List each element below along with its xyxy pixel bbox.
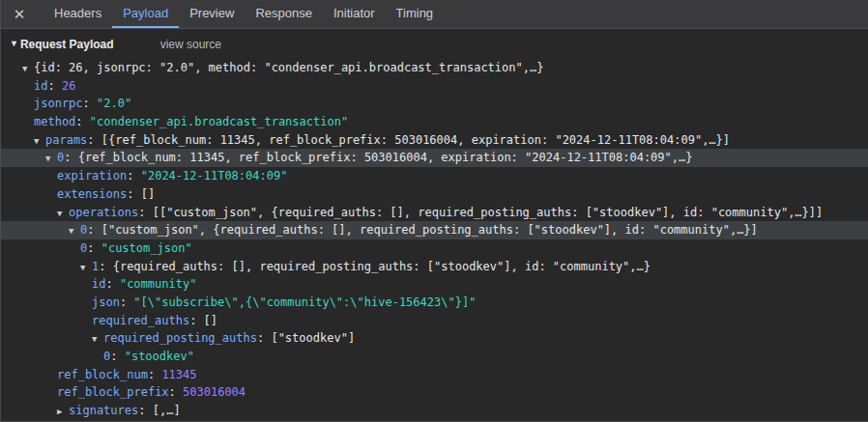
detail-tabs: HeadersPayloadPreviewResponseInitiatorTi…: [43, 0, 444, 28]
token-key: jsonrpc: [34, 97, 83, 110]
tree-row[interactable]: extensions: []: [1, 185, 868, 204]
token-string: "custom_json": [101, 241, 192, 255]
tree-row[interactable]: ▼params: [{ref_block_num: 11345, ref_blo…: [1, 131, 868, 150]
collapse-triangle-icon[interactable]: ▼: [45, 150, 57, 168]
tree-row[interactable]: ▼operations: [["custom_json", {required_…: [1, 204, 868, 222]
token-key: ref_block_prefix: [57, 385, 169, 399]
tree-row[interactable]: expiration: "2024-12-11T08:04:09": [1, 167, 868, 185]
token-plain: :: [87, 223, 101, 237]
expand-triangle-icon[interactable]: ▶: [57, 403, 69, 421]
token-number: 503016004: [183, 385, 246, 399]
request-payload-section-header: ▼ Request Payload view source: [1, 29, 868, 59]
token-plain: :: [110, 350, 124, 363]
tree-row[interactable]: ▼0: ["custom_json", {required_auths: [],…: [1, 221, 868, 239]
tree-row[interactable]: 0: "custom_json": [1, 239, 868, 258]
tree-row[interactable]: ref_block_prefix: 503016004: [1, 383, 868, 402]
token-plain: :: [105, 277, 119, 291]
token-plain: :: [138, 206, 152, 219]
token-plain: []: [141, 187, 155, 201]
token-plain: {required_auths: [], required_posting_au…: [113, 260, 651, 273]
tree-row[interactable]: ▶signatures: [,…]: [1, 402, 868, 420]
tree-row[interactable]: ▼0: {ref_block_num: 11345, ref_block_pre…: [1, 149, 868, 167]
token-plain: [,…]: [153, 404, 181, 417]
tab-initiator[interactable]: Initiator: [323, 0, 386, 28]
token-plain: :: [75, 115, 89, 128]
tab-payload[interactable]: Payload: [112, 0, 179, 28]
tree-row[interactable]: json: "[\"subscribe\",{\"community\":\"h…: [1, 294, 868, 312]
view-source-link[interactable]: view source: [160, 38, 221, 51]
token-plain: :: [99, 260, 112, 273]
token-key: ref_block_num: [57, 368, 148, 381]
tab-headers[interactable]: Headers: [43, 0, 112, 28]
tree-row[interactable]: 0: "stoodkev": [1, 348, 868, 366]
tree-row[interactable]: ▼{id: 26, jsonrpc: "2.0", method: "conde…: [1, 59, 868, 77]
token-plain: :: [169, 385, 183, 399]
token-plain: [["custom_json", {required_auths: [], re…: [153, 206, 824, 219]
payload-tree: ▼{id: 26, jsonrpc: "2.0", method: "conde…: [1, 59, 868, 420]
token-plain: ["stoodkev"]: [271, 331, 355, 345]
token-key: required_auths: [92, 314, 189, 327]
token-plain: :: [83, 97, 97, 110]
collapse-triangle-icon[interactable]: ▼: [92, 330, 103, 349]
token-plain: :: [47, 79, 61, 93]
token-plain: :: [120, 295, 133, 309]
tree-row[interactable]: id: "community": [1, 275, 868, 294]
collapse-triangle-icon[interactable]: ▼: [22, 60, 34, 78]
tree-row[interactable]: ▼1: {required_auths: [], required_postin…: [1, 258, 868, 276]
tab-response[interactable]: Response: [245, 0, 323, 28]
token-key: required_posting_auths: [103, 331, 257, 345]
token-key: extensions: [57, 187, 127, 201]
token-plain: :: [87, 241, 101, 255]
section-collapse-triangle-icon[interactable]: ▼: [10, 39, 18, 48]
tree-row[interactable]: ref_block_num: 11345: [1, 366, 868, 384]
token-plain: :: [148, 368, 161, 381]
token-key: id: [92, 277, 105, 291]
token-plain: {id: 26, jsonrpc: "2.0", method: "conden…: [34, 61, 543, 74]
token-plain: []: [204, 314, 217, 327]
collapse-triangle-icon[interactable]: ▼: [69, 222, 80, 240]
tree-row[interactable]: required_auths: []: [1, 312, 868, 330]
token-string: "2024-12-11T08:04:09": [141, 169, 288, 183]
token-plain: [{ref_block_num: 11345, ref_block_prefix…: [101, 133, 730, 147]
token-plain: :: [189, 314, 203, 327]
token-key: method: [34, 115, 75, 128]
collapse-triangle-icon[interactable]: ▼: [80, 259, 92, 277]
token-plain: :: [87, 133, 101, 147]
tree-row[interactable]: jsonrpc: "2.0": [1, 95, 868, 113]
tree-row[interactable]: id: 26: [1, 77, 868, 96]
token-key: id: [34, 79, 47, 93]
token-key: json: [92, 295, 120, 309]
tab-timing[interactable]: Timing: [386, 0, 445, 28]
token-string: "[\"subscribe\",{\"community\":\"hive-15…: [133, 295, 476, 309]
token-number: 26: [62, 79, 75, 93]
collapse-triangle-icon[interactable]: ▼: [34, 132, 45, 151]
section-title: Request Payload: [20, 38, 114, 51]
token-plain: :: [257, 331, 271, 345]
tab-preview[interactable]: Preview: [179, 0, 245, 28]
token-plain: :: [64, 151, 77, 164]
token-key: expiration: [57, 169, 127, 183]
token-string: "community": [120, 277, 196, 291]
token-string: "stoodkev": [125, 350, 194, 363]
token-plain: ["custom_json", {required_auths: [], req…: [101, 223, 758, 237]
token-key: signatures: [69, 404, 138, 417]
collapse-triangle-icon[interactable]: ▼: [57, 205, 69, 223]
close-button[interactable]: ✕: [3, 0, 36, 28]
token-string: "condenser_api.broadcast_transaction": [90, 115, 348, 128]
tree-row[interactable]: method: "condenser_api.broadcast_transac…: [1, 113, 868, 131]
close-icon: ✕: [14, 6, 26, 23]
token-number: 11345: [161, 368, 196, 381]
tree-row[interactable]: ▼required_posting_auths: ["stoodkev"]: [1, 329, 868, 348]
token-key: params: [45, 133, 87, 147]
token-plain: {ref_block_num: 11345, ref_block_prefix:…: [78, 151, 693, 164]
token-string: "2.0": [97, 97, 131, 110]
token-key: operations: [69, 206, 138, 219]
network-detail-tabbar: ✕ HeadersPayloadPreviewResponseInitiator…: [1, 0, 868, 29]
token-plain: :: [138, 404, 152, 417]
token-plain: :: [127, 169, 140, 183]
token-plain: :: [127, 187, 140, 201]
